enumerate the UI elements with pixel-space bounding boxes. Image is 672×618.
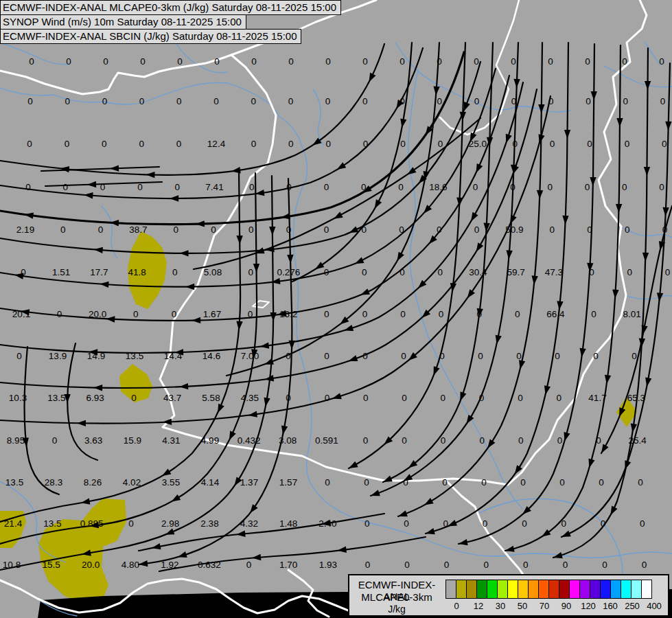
legend-title-line2: MLCAPE0-3km — [349, 591, 444, 603]
wind-value-label: 0.632 — [198, 560, 221, 570]
wind-arrowhead — [656, 293, 664, 302]
wind-arrowhead — [77, 420, 86, 427]
zero-value-label: 0 — [437, 56, 442, 67]
wind-value-label: 15.5 — [42, 560, 60, 570]
legend-swatch — [579, 580, 590, 599]
wind-arrowhead — [332, 211, 343, 221]
wind-arrowhead — [430, 366, 439, 377]
wind-arrowhead — [394, 252, 404, 263]
zero-value-label: 0 — [441, 435, 446, 446]
wind-value-label: 6.93 — [86, 393, 104, 403]
zero-value-label: 0 — [25, 182, 31, 192]
zero-value-label: 0 — [557, 435, 563, 446]
legend-swatch — [569, 580, 580, 599]
wind-value-label: 21.4 — [4, 518, 23, 529]
wind-arrowhead — [644, 167, 651, 176]
zero-value-label: 0 — [593, 351, 599, 361]
zero-value-label: 0 — [659, 56, 664, 67]
zero-value-label: 0 — [325, 477, 330, 488]
streamline — [0, 48, 423, 198]
zero-value-label: 0 — [520, 477, 526, 488]
wind-arrowhead — [236, 531, 246, 538]
zero-value-label: 0 — [601, 518, 606, 529]
zero-value-label: 0 — [361, 182, 367, 192]
legend-swatch — [610, 580, 621, 599]
zero-value-label: 0 — [439, 351, 445, 361]
legend-swatch — [497, 580, 508, 599]
zero-value-label: 0 — [479, 435, 485, 446]
zero-value-label: 0 — [365, 560, 371, 570]
streamline — [24, 347, 59, 494]
wind-arrowhead — [425, 528, 435, 536]
zero-value-label: 0 — [559, 477, 565, 488]
wind-value-label: 1.67 — [203, 309, 221, 319]
zero-value-label: 0 — [98, 225, 104, 235]
wind-value-label: 2.40 — [318, 518, 336, 529]
zero-value-label: 0 — [65, 96, 70, 106]
zero-value-label: 0 — [251, 96, 256, 106]
zero-value-label: 0 — [659, 182, 664, 192]
zero-value-label: 0 — [585, 182, 590, 192]
legend-tick: 0 — [454, 601, 459, 611]
wind-value-label: 7.00 — [241, 351, 259, 361]
wind-value-label: 20.0 — [89, 309, 106, 319]
zero-value-label: 0 — [638, 477, 643, 488]
wind-arrowhead — [366, 73, 375, 84]
wind-arrowhead — [564, 130, 571, 139]
wind-arrowhead — [586, 459, 595, 469]
wind-arrowhead — [622, 460, 631, 470]
zero-value-label: 0 — [404, 560, 410, 570]
zero-value-label: 0 — [555, 351, 560, 361]
wind-arrowhead — [616, 204, 623, 213]
wind-value-label: 1.92 — [161, 560, 178, 570]
wind-arrowhead — [463, 415, 474, 426]
zero-value-label: 0 — [662, 139, 667, 149]
zero-value-label: 0 — [286, 182, 292, 192]
legend-swatch — [507, 580, 518, 599]
zero-value-label: 0 — [399, 225, 404, 235]
wind-value-label: 38.7 — [129, 225, 147, 235]
legend-swatch — [631, 580, 642, 599]
wind-arrowhead — [227, 431, 236, 442]
zero-value-label: 0 — [510, 182, 515, 192]
zero-value-label: 0 — [174, 182, 180, 192]
zero-value-label: 0 — [479, 393, 485, 403]
wind-value-label: 17.7 — [90, 267, 108, 277]
zero-value-label: 0 — [248, 267, 253, 277]
legend-swatch — [538, 580, 549, 599]
zero-value-label: 0 — [362, 56, 368, 67]
legend-swatch — [518, 580, 529, 599]
wind-arrowhead — [87, 181, 96, 188]
zero-value-label: 0 — [173, 225, 178, 235]
legend-swatch — [476, 580, 487, 599]
zero-value-label: 0 — [324, 309, 329, 319]
zero-value-label: 0 — [444, 560, 450, 570]
legend-swatch — [621, 580, 632, 599]
zero-value-label: 0 — [402, 393, 407, 403]
wind-value-label: 13.5 — [47, 393, 65, 403]
wind-arrowhead — [236, 236, 243, 244]
wind-value-label: 1.57 — [279, 477, 297, 488]
wind-arrowhead — [163, 419, 172, 426]
zero-value-label: 0 — [589, 267, 594, 277]
weather-map-app: 0000000000000000000000000000000000000000… — [0, 0, 672, 618]
zero-value-label: 0 — [176, 96, 182, 106]
zero-value-label: 0 — [128, 518, 134, 529]
wind-value-label: 14.4 — [164, 351, 183, 361]
zero-value-label: 0 — [324, 225, 329, 235]
wind-value-label: 2.19 — [16, 225, 34, 235]
wind-value-label: 50.9 — [505, 225, 523, 235]
wind-value-label: 4.99 — [201, 435, 219, 446]
wind-arrowhead — [468, 212, 478, 223]
wind-arrowhead — [343, 325, 354, 334]
zero-value-label: 0 — [364, 477, 369, 488]
river — [0, 43, 69, 65]
zero-value-label: 0 — [362, 96, 368, 106]
zero-value-label: 0 — [27, 96, 33, 106]
wind-value-label: 13.9 — [49, 351, 67, 361]
wind-arrowhead — [612, 290, 618, 299]
zero-value-label: 0 — [437, 96, 442, 106]
wind-value-label: 0.276 — [277, 267, 301, 277]
zero-value-label: 0 — [133, 309, 139, 319]
zero-value-label: 0 — [660, 96, 666, 106]
